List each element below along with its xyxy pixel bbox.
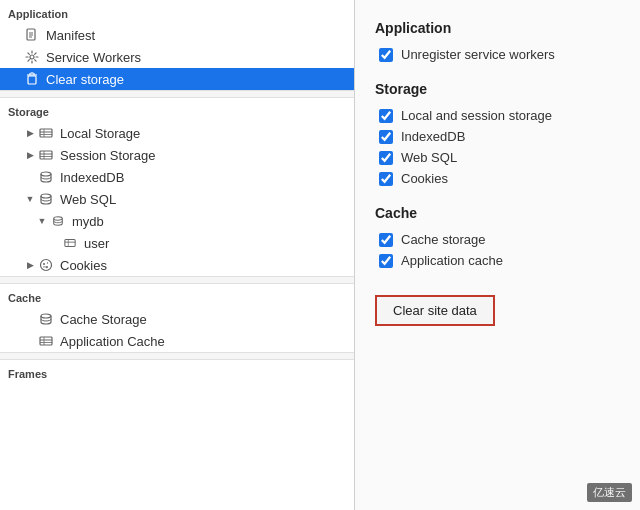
table-icon-user [62, 235, 78, 251]
svg-rect-14 [40, 151, 52, 159]
checkbox-item-cache-storage[interactable]: Cache storage [379, 229, 620, 250]
manifest-label: Manifest [46, 28, 95, 43]
svg-rect-10 [40, 129, 52, 137]
table-icon-local [38, 125, 54, 141]
sidebar-item-application-cache[interactable]: Application Cache [0, 330, 354, 352]
cookies-right-label: Cookies [401, 171, 448, 186]
sidebar-item-cache-storage[interactable]: Cache Storage [0, 308, 354, 330]
svg-point-25 [43, 263, 45, 265]
checkbox-item-cookies[interactable]: Cookies [379, 168, 620, 189]
expand-arrow-cookies: ▶ [24, 259, 36, 271]
local-session-label: Local and session storage [401, 108, 552, 123]
checkbox-indexeddb[interactable] [379, 130, 393, 144]
expand-arrow-session: ▶ [24, 149, 36, 161]
web-sql-right-label: Web SQL [401, 150, 457, 165]
svg-point-18 [41, 172, 51, 176]
expand-arrow-mydb: ▼ [36, 215, 48, 227]
right-application-title: Application [375, 20, 620, 36]
sidebar-item-indexeddb[interactable]: IndexedDB [0, 166, 354, 188]
svg-point-19 [41, 194, 51, 198]
clear-site-data-button[interactable]: Clear site data [375, 295, 495, 326]
cookie-icon [38, 257, 54, 273]
expand-arrow-websql: ▼ [24, 193, 36, 205]
indexeddb-label: IndexedDB [60, 170, 124, 185]
svg-rect-21 [65, 240, 75, 247]
watermark: 亿速云 [587, 483, 632, 502]
file-icon [24, 27, 40, 43]
checkbox-item-unregister-sw[interactable]: Unregister service workers [379, 44, 620, 65]
sidebar-item-web-sql[interactable]: ▼ Web SQL [0, 188, 354, 210]
expand-arrow-local: ▶ [24, 127, 36, 139]
checkbox-unregister-sw[interactable] [379, 48, 393, 62]
sidebar-item-cookies[interactable]: ▶ Cookies [0, 254, 354, 276]
user-label: user [84, 236, 109, 251]
right-panel: Application Unregister service workers S… [355, 0, 640, 510]
svg-point-27 [47, 262, 48, 263]
trash-icon [24, 71, 40, 87]
application-cache-right-label: Application cache [401, 253, 503, 268]
checkbox-item-application-cache[interactable]: Application cache [379, 250, 620, 271]
section-cache: Cache [0, 284, 354, 308]
web-sql-label: Web SQL [60, 192, 116, 207]
svg-point-4 [30, 55, 34, 59]
mydb-label: mydb [72, 214, 104, 229]
db-icon-cache [38, 311, 54, 327]
sidebar-item-mydb[interactable]: ▼ mydb [0, 210, 354, 232]
service-workers-label: Service Workers [46, 50, 141, 65]
divider-3 [0, 352, 354, 360]
divider-1 [0, 90, 354, 98]
right-storage-title: Storage [375, 81, 620, 97]
cache-storage-right-label: Cache storage [401, 232, 486, 247]
sidebar-item-local-storage[interactable]: ▶ Local Storage [0, 122, 354, 144]
svg-point-24 [41, 260, 52, 271]
clear-storage-label: Clear storage [46, 72, 124, 87]
sidebar-item-user[interactable]: user [0, 232, 354, 254]
db-icon-mydb [50, 213, 66, 229]
section-frames: Frames [0, 360, 354, 384]
left-panel: Application Manifest Service Workers [0, 0, 355, 510]
db-icon-websql [38, 191, 54, 207]
right-cache-title: Cache [375, 205, 620, 221]
sidebar-item-service-workers[interactable]: Service Workers [0, 46, 354, 68]
sidebar-item-manifest[interactable]: Manifest [0, 24, 354, 46]
checkbox-cache-storage[interactable] [379, 233, 393, 247]
indexeddb-right-label: IndexedDB [401, 129, 465, 144]
checkbox-item-web-sql[interactable]: Web SQL [379, 147, 620, 168]
checkbox-application-cache[interactable] [379, 254, 393, 268]
svg-rect-29 [40, 337, 52, 345]
db-icon-indexed [38, 169, 54, 185]
checkbox-web-sql[interactable] [379, 151, 393, 165]
cache-storage-label: Cache Storage [60, 312, 147, 327]
checkbox-local-session[interactable] [379, 109, 393, 123]
session-storage-label: Session Storage [60, 148, 155, 163]
divider-2 [0, 276, 354, 284]
svg-rect-5 [28, 76, 36, 84]
table-icon-appcache [38, 333, 54, 349]
unregister-sw-label: Unregister service workers [401, 47, 555, 62]
section-application: Application [0, 0, 354, 24]
checkbox-item-local-session[interactable]: Local and session storage [379, 105, 620, 126]
local-storage-label: Local Storage [60, 126, 140, 141]
clear-btn-container: Clear site data [375, 295, 620, 326]
svg-point-20 [54, 217, 63, 220]
sidebar-item-clear-storage[interactable]: Clear storage [0, 68, 354, 90]
sidebar-item-session-storage[interactable]: ▶ Session Storage [0, 144, 354, 166]
section-storage: Storage [0, 98, 354, 122]
application-cache-label: Application Cache [60, 334, 165, 349]
checkbox-item-indexeddb[interactable]: IndexedDB [379, 126, 620, 147]
gear-icon [24, 49, 40, 65]
table-icon-session [38, 147, 54, 163]
svg-point-28 [41, 314, 51, 318]
checkbox-cookies[interactable] [379, 172, 393, 186]
cookies-label: Cookies [60, 258, 107, 273]
